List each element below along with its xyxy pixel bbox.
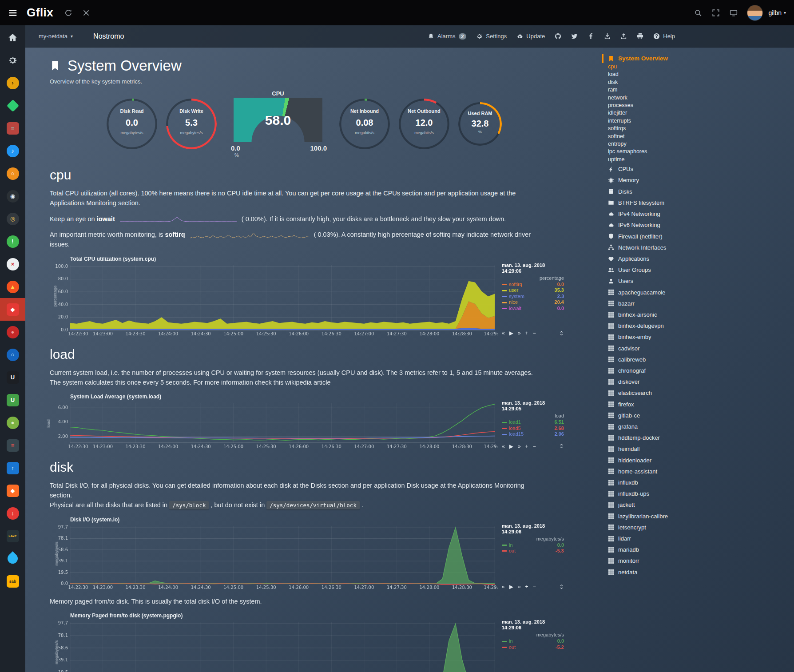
legend-item-load1[interactable]: load1 6.51 — [502, 419, 564, 425]
menu-section-item[interactable]: Users — [608, 275, 794, 286]
gauge-used-ram[interactable]: Used RAM 32.8 % — [458, 102, 502, 146]
menu-sub-item[interactable]: softirqs — [608, 125, 794, 132]
chart-controls[interactable]: « ▶ » + − ⇕ — [502, 330, 564, 337]
menu-section-item[interactable]: User Groups — [608, 264, 794, 275]
menu-container-item[interactable]: apacheguacamole — [608, 287, 794, 298]
menu-section-item[interactable]: Firewall (netfilter) — [608, 231, 794, 242]
print-icon[interactable] — [637, 33, 643, 40]
gauge-cpu[interactable]: CPU 58.0 0.0 100.0 % — [231, 90, 325, 158]
legend-item-load15[interactable]: load15 2.06 — [502, 431, 564, 437]
chart-zoom-out-icon[interactable]: − — [533, 443, 536, 449]
sidebar-app-airsonic[interactable]: ♪ — [0, 139, 25, 162]
fullscreen-icon[interactable] — [712, 9, 720, 17]
chart-zoom-out-icon[interactable]: − — [533, 330, 536, 336]
menu-container-item[interactable]: heimdall — [608, 443, 794, 454]
github-icon[interactable] — [555, 33, 561, 40]
menu-container-item[interactable]: letsencrypt — [608, 522, 794, 533]
sidebar-app-dark-round[interactable]: ◉ — [0, 185, 25, 207]
hamburger-menu-icon[interactable] — [8, 8, 18, 18]
sidebar-app-green-diamond[interactable] — [0, 94, 25, 117]
menu-container-item[interactable]: grafana — [608, 421, 794, 432]
legend-item-out[interactable]: out -5.2 — [502, 644, 564, 651]
sidebar-app-dark-ring[interactable]: ◎ — [0, 207, 25, 230]
menu-sub-item[interactable]: entropy — [608, 140, 794, 148]
export-snapshot-icon[interactable] — [604, 33, 611, 40]
sidebar-app-home[interactable] — [0, 26, 25, 49]
chart-pan-back-icon[interactable]: « — [502, 330, 505, 336]
sidebar-app-shield-active[interactable]: ◆ — [0, 298, 25, 321]
sidebar-app-flame[interactable]: ▲ — [0, 275, 25, 298]
alarms-button[interactable]: Alarms 2 — [428, 33, 466, 40]
chart-resize-handle[interactable]: ⇕ — [559, 584, 564, 590]
sidebar-app-green-u[interactable]: U — [0, 389, 25, 411]
menu-container-item[interactable]: firefox — [608, 399, 794, 410]
chart-pan-back-icon[interactable]: « — [502, 443, 505, 449]
menu-container-item[interactable]: hddtemp-docker — [608, 432, 794, 443]
chart-resize-handle[interactable]: ⇕ — [559, 330, 564, 337]
menu-sub-item[interactable]: load — [608, 71, 794, 78]
menu-section-item[interactable]: Disks — [608, 186, 794, 197]
menu-container-item[interactable]: binhex-delugevpn — [608, 320, 794, 331]
sidebar-app-bookstack[interactable]: ≡ — [0, 117, 25, 139]
sidebar-app-green-bolt[interactable]: ! — [0, 230, 25, 253]
menu-section-item[interactable]: CPUs — [608, 163, 794, 175]
menu-container-item[interactable]: diskover — [608, 376, 794, 387]
refresh-icon[interactable] — [64, 9, 72, 17]
menu-section-item[interactable]: IPv6 Networking — [608, 219, 794, 231]
menu-container-item[interactable]: monitorr — [608, 555, 794, 566]
disk-chart-canvas[interactable] — [50, 523, 498, 591]
menu-section-item[interactable]: IPv4 Networking — [608, 208, 794, 219]
search-icon[interactable] — [694, 9, 702, 17]
sidebar-app-berry[interactable]: ● — [0, 321, 25, 343]
sidebar-app-unraid[interactable]: U — [0, 366, 25, 389]
menu-sub-item[interactable]: ram — [608, 86, 794, 94]
legend-item-iowait[interactable]: iowait 0.0 — [502, 306, 564, 312]
sidebar-app-gitlab[interactable]: ◆ — [0, 479, 25, 502]
menu-container-item[interactable]: calibreweb — [608, 354, 794, 365]
menu-container-item[interactable]: binhex-airsonic — [608, 309, 794, 320]
menu-sub-item[interactable]: softnet — [608, 133, 794, 140]
legend-item-out[interactable]: out -5.3 — [502, 548, 564, 554]
menu-section-item[interactable]: BTRFS filesystem — [608, 197, 794, 208]
chart-controls[interactable]: « ▶ » + − ⇕ — [502, 443, 564, 450]
chart-zoom-out-icon[interactable]: − — [533, 584, 536, 590]
menu-container-item[interactable]: mariadb — [608, 544, 794, 555]
menu-sub-item[interactable]: uptime — [608, 156, 794, 163]
iowait-sparkline[interactable] — [119, 216, 237, 223]
softirq-sparkline[interactable] — [190, 231, 310, 239]
settings-button[interactable]: Settings — [476, 33, 507, 40]
chart-resize-handle[interactable]: ⇕ — [559, 443, 564, 449]
legend-item-softirq[interactable]: softirq 0.0 — [502, 282, 564, 288]
menu-sub-item[interactable]: processes — [608, 102, 794, 109]
display-icon[interactable] — [730, 9, 738, 17]
load-chart-canvas[interactable] — [50, 400, 498, 450]
sidebar-app-red-down[interactable]: ↓ — [0, 502, 25, 525]
chart-pan-back-icon[interactable]: « — [502, 584, 505, 590]
menu-sub-item[interactable]: disk — [608, 79, 794, 86]
menu-item-system-overview[interactable]: System Overview — [602, 54, 794, 63]
gauge-net-outbound[interactable]: Net Outbound 12.0 megabits/s — [399, 99, 449, 149]
update-button[interactable]: Update — [516, 33, 545, 40]
sidebar-app-orange-ring[interactable]: ○ — [0, 162, 25, 185]
gauge-disk-read[interactable]: Disk Read 0.0 megabytes/s — [107, 99, 157, 149]
menu-sub-item[interactable]: network — [608, 94, 794, 102]
menu-container-item[interactable]: lidarr — [608, 533, 794, 544]
menu-sub-item[interactable]: cpu — [608, 63, 794, 71]
sidebar-app-blue-up[interactable]: ↑ — [0, 457, 25, 479]
chart-zoom-in-icon[interactable]: + — [525, 443, 528, 449]
menu-container-item[interactable]: gitlab-ce — [608, 410, 794, 421]
host-selector[interactable]: my-netdata ▾ — [39, 33, 73, 40]
menu-container-item[interactable]: influxdb — [608, 477, 794, 488]
menu-section-item[interactable]: Applications — [608, 253, 794, 264]
chart-controls[interactable]: « ▶ » + − ⇕ — [502, 584, 564, 591]
menu-section-item[interactable]: Network Interfaces — [608, 242, 794, 253]
close-icon[interactable] — [82, 9, 90, 17]
cpu-chart-canvas[interactable] — [50, 262, 498, 337]
sidebar-app-lazylibrarian[interactable]: LAZY — [0, 525, 25, 547]
sidebar-app-blue-drop[interactable] — [0, 547, 25, 570]
help-button[interactable]: Help — [653, 33, 675, 40]
sidebar-app-stripes[interactable]: ≡ — [0, 434, 25, 457]
legend-item-system[interactable]: system 2.3 — [502, 294, 564, 300]
menu-section-item[interactable]: Memory — [608, 175, 794, 186]
sidebar-app-light-tools[interactable]: × — [0, 253, 25, 275]
